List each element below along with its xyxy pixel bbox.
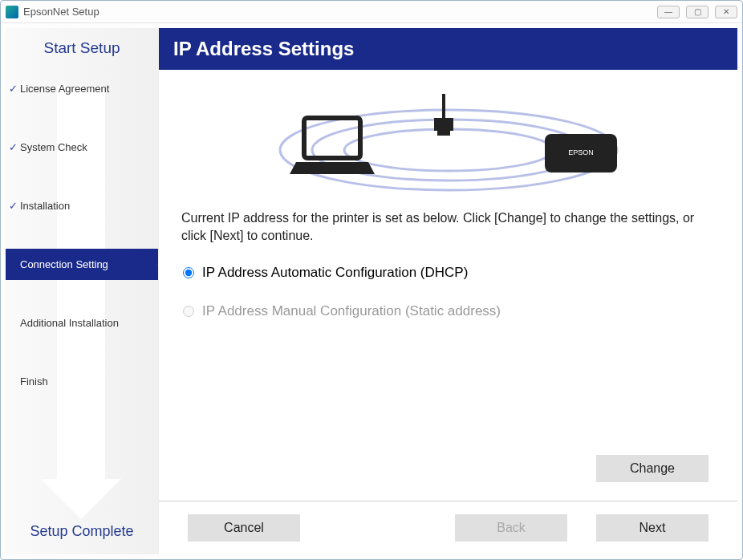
sidebar-complete-label: Setup Complete <box>6 523 158 540</box>
step-label: License Agreement <box>20 83 109 95</box>
radio-dhcp-input[interactable] <box>183 267 194 278</box>
step-label: Additional Installation <box>20 317 119 329</box>
titlebar: EpsonNet Setup — ▢ ✕ <box>1 1 742 23</box>
cancel-button[interactable]: Cancel <box>188 514 300 542</box>
app-icon <box>6 6 18 18</box>
step-connection-setting: Connection Setting <box>6 249 158 280</box>
page-title: IP Address Settings <box>159 28 737 70</box>
router-icon <box>434 94 453 136</box>
radio-static: IP Address Manual Configuration (Static … <box>183 303 713 319</box>
instruction-text: Current IP address for the printer is se… <box>159 206 737 265</box>
sidebar: Start Setup License Agreement System Che… <box>6 28 158 554</box>
window-title: EpsonNet Setup <box>23 6 99 18</box>
laptop-icon <box>290 118 375 174</box>
radio-static-input <box>183 306 194 317</box>
sidebar-start-label: Start Setup <box>6 39 158 57</box>
step-label: Connection Setting <box>20 258 108 270</box>
svg-text:EPSON: EPSON <box>568 148 594 156</box>
radio-dhcp-label: IP Address Automatic Configuration (DHCP… <box>202 265 468 281</box>
progress-arrow-head <box>41 479 121 519</box>
svg-rect-4 <box>442 94 445 118</box>
back-button: Back <box>455 514 567 542</box>
radio-static-label: IP Address Manual Configuration (Static … <box>202 303 501 319</box>
change-button[interactable]: Change <box>596 455 708 482</box>
step-license: License Agreement <box>6 73 158 104</box>
maximize-button[interactable]: ▢ <box>686 6 708 18</box>
step-additional-installation: Additional Installation <box>6 307 158 339</box>
close-button[interactable]: ✕ <box>715 6 737 18</box>
svg-rect-5 <box>434 118 453 131</box>
bottom-bar: Cancel Back Next <box>159 501 737 542</box>
next-button[interactable]: Next <box>596 514 708 542</box>
printer-icon: EPSON <box>545 134 617 172</box>
ip-mode-radio-group: IP Address Automatic Configuration (DHCP… <box>159 265 737 319</box>
app-window: EpsonNet Setup — ▢ ✕ Start Setup License… <box>0 0 743 560</box>
step-system-check: System Check <box>6 132 158 163</box>
network-illustration: EPSON <box>159 70 737 206</box>
main-panel: IP Address Settings <box>158 28 737 554</box>
minimize-button[interactable]: — <box>657 6 680 18</box>
step-label: Finish <box>20 375 48 388</box>
step-label: Installation <box>20 200 70 212</box>
radio-dhcp[interactable]: IP Address Automatic Configuration (DHCP… <box>183 265 713 281</box>
step-label: System Check <box>20 141 87 153</box>
step-installation: Installation <box>6 190 158 221</box>
svg-rect-6 <box>437 131 450 136</box>
step-finish: Finish <box>6 366 158 397</box>
